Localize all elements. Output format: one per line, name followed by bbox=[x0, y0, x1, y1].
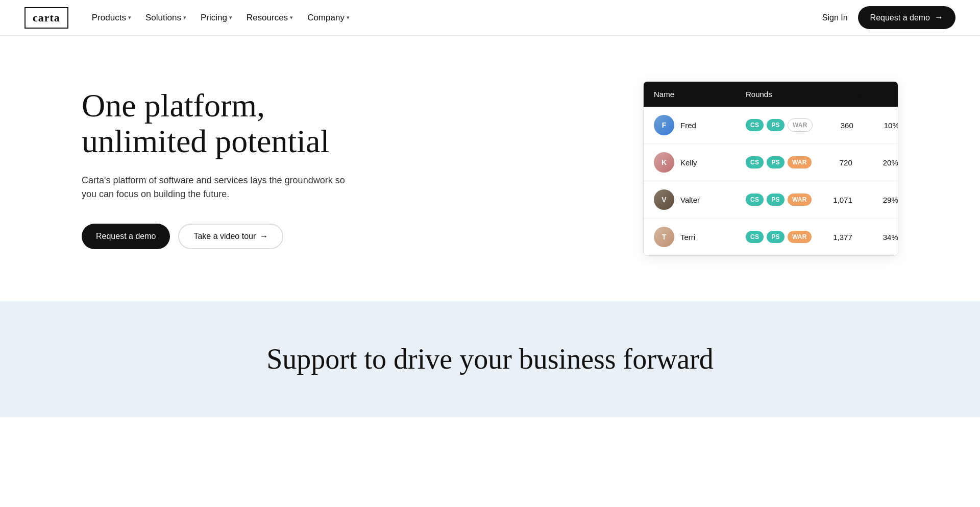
badge-war: WAR bbox=[788, 156, 812, 168]
navbar: carta Products ▾ Solutions ▾ Pricing ▾ R… bbox=[0, 0, 980, 36]
badge-war: WAR bbox=[788, 231, 812, 243]
table-row: F Fred CS PS WAR 360 10% bbox=[644, 107, 898, 144]
avatar: V bbox=[654, 189, 674, 210]
badge-war: WAR bbox=[788, 118, 813, 132]
badges-cell: CS PS WAR bbox=[746, 156, 812, 168]
shares-value: 720 bbox=[812, 158, 852, 167]
hero-table-card: Name Rounds Shares Ownership F Fred CS P… bbox=[643, 81, 898, 256]
support-section: Support to drive your business forward bbox=[0, 301, 980, 417]
nav-pricing[interactable]: Pricing ▾ bbox=[195, 9, 237, 27]
chevron-down-icon: ▾ bbox=[229, 14, 232, 21]
shares-value: 1,071 bbox=[812, 196, 852, 204]
badges-cell: CS PS WAR bbox=[746, 194, 812, 206]
badge-ps: PS bbox=[767, 156, 785, 168]
nav-solutions[interactable]: Solutions ▾ bbox=[140, 9, 191, 27]
table-row: K Kelly CS PS WAR 720 20% bbox=[644, 144, 898, 181]
avatar: F bbox=[654, 115, 674, 135]
hero-content: One platform, unlimited potential Carta'… bbox=[82, 88, 347, 250]
nav-right: Sign In Request a demo → bbox=[822, 6, 955, 29]
hero-subtitle: Carta's platform of software and service… bbox=[82, 174, 347, 201]
video-tour-button[interactable]: Take a video tour → bbox=[178, 224, 283, 249]
ownership-value: 20% bbox=[852, 158, 898, 167]
nav-company[interactable]: Company ▾ bbox=[302, 9, 355, 27]
nav-left: carta Products ▾ Solutions ▾ Pricing ▾ R… bbox=[24, 7, 355, 29]
ownership-value: 29% bbox=[852, 196, 898, 204]
stakeholder-table: Name Rounds Shares Ownership F Fred CS P… bbox=[643, 81, 898, 256]
person-cell: F Fred bbox=[654, 115, 746, 135]
person-name: Fred bbox=[680, 121, 696, 130]
table-row: V Valter CS PS WAR 1,071 29% bbox=[644, 181, 898, 219]
col-rounds: Rounds bbox=[746, 90, 801, 99]
table-header: Name Rounds Shares Ownership bbox=[644, 82, 898, 107]
person-name: Kelly bbox=[680, 158, 697, 167]
hero-request-demo-button[interactable]: Request a demo bbox=[82, 224, 170, 249]
badge-cs: CS bbox=[746, 156, 764, 168]
logo[interactable]: carta bbox=[24, 7, 68, 29]
request-demo-button[interactable]: Request a demo → bbox=[858, 6, 955, 29]
col-ownership: Ownership bbox=[842, 90, 888, 99]
chevron-down-icon: ▾ bbox=[347, 14, 350, 21]
chevron-down-icon: ▾ bbox=[183, 14, 186, 21]
chevron-down-icon: ▾ bbox=[290, 14, 293, 21]
badges-cell: CS PS WAR bbox=[746, 118, 813, 132]
arrow-right-icon: → bbox=[934, 12, 943, 23]
nav-products[interactable]: Products ▾ bbox=[87, 9, 136, 27]
table-row: T Terri CS PS WAR 1,377 34% bbox=[644, 219, 898, 255]
chevron-down-icon: ▾ bbox=[128, 14, 131, 21]
ownership-value: 10% bbox=[853, 121, 898, 130]
person-name: Valter bbox=[680, 196, 700, 204]
hero-title: One platform, unlimited potential bbox=[82, 88, 347, 160]
person-name: Terri bbox=[680, 233, 695, 242]
badge-cs: CS bbox=[746, 194, 764, 206]
badge-ps: PS bbox=[767, 231, 785, 243]
person-cell: V Valter bbox=[654, 189, 746, 210]
avatar: T bbox=[654, 227, 674, 247]
badge-ps: PS bbox=[767, 194, 785, 206]
col-shares: Shares bbox=[801, 90, 842, 99]
support-title: Support to drive your business forward bbox=[24, 342, 955, 376]
badge-ps: PS bbox=[767, 119, 785, 131]
person-cell: K Kelly bbox=[654, 152, 746, 173]
sign-in-link[interactable]: Sign In bbox=[822, 13, 848, 22]
badge-cs: CS bbox=[746, 119, 764, 131]
shares-value: 360 bbox=[813, 121, 853, 130]
shares-value: 1,377 bbox=[812, 233, 852, 242]
col-name: Name bbox=[654, 90, 746, 99]
person-cell: T Terri bbox=[654, 227, 746, 247]
badge-cs: CS bbox=[746, 231, 764, 243]
nav-resources[interactable]: Resources ▾ bbox=[241, 9, 298, 27]
nav-links: Products ▾ Solutions ▾ Pricing ▾ Resourc… bbox=[87, 9, 355, 27]
hero-section: One platform, unlimited potential Carta'… bbox=[0, 36, 980, 301]
badges-cell: CS PS WAR bbox=[746, 231, 812, 243]
hero-actions: Request a demo Take a video tour → bbox=[82, 224, 347, 249]
badge-war: WAR bbox=[788, 194, 812, 206]
ownership-value: 34% bbox=[852, 233, 898, 242]
arrow-right-icon: → bbox=[260, 232, 268, 241]
avatar: K bbox=[654, 152, 674, 173]
